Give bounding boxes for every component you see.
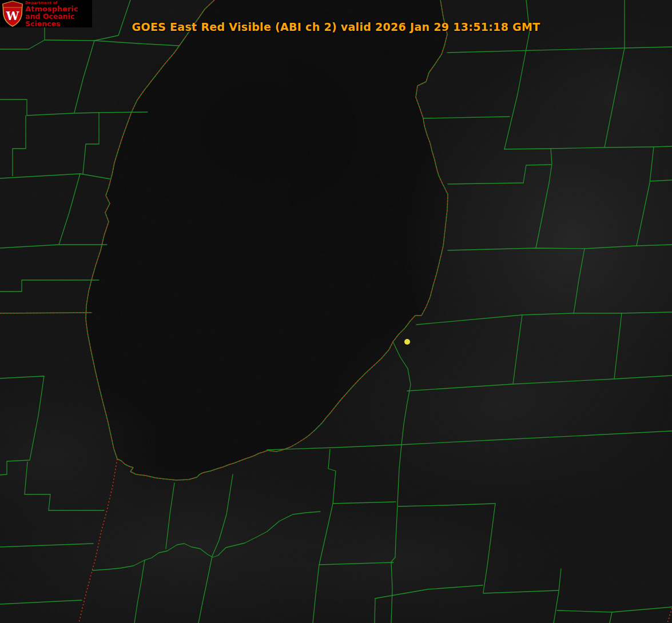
satellite-map — [0, 0, 672, 623]
uw-aos-logo: W Department of Atmospheric and Oceanic … — [0, 0, 92, 27]
location-marker — [404, 339, 410, 345]
satellite-image-viewport: W Department of Atmospheric and Oceanic … — [0, 0, 672, 623]
logo-text: Department of Atmospheric and Oceanic Sc… — [25, 0, 92, 27]
image-noise-overlay — [0, 0, 672, 623]
uw-crest-icon: W — [1, 1, 24, 27]
logo-line2: and Oceanic Sciences — [25, 13, 92, 27]
image-title: GOES East Red Visible (ABI ch 2) valid 2… — [0, 21, 672, 33]
svg-text:W: W — [6, 9, 19, 23]
